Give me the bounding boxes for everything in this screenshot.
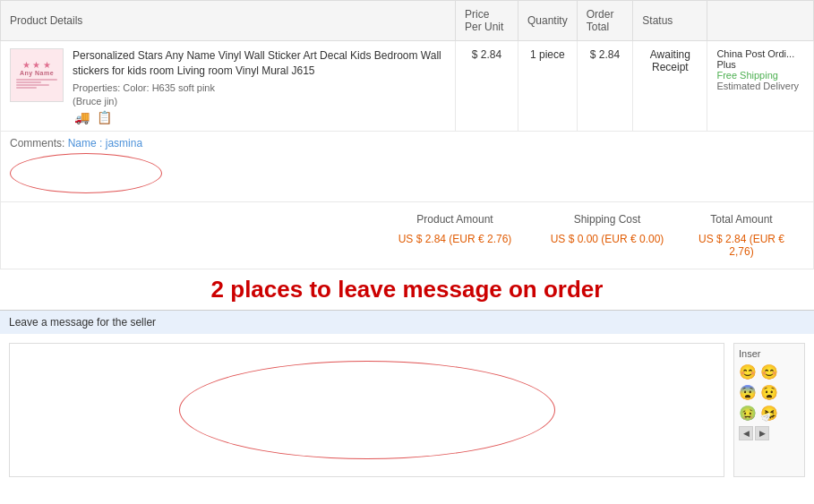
comment-oval-highlight: [10, 153, 162, 193]
emoji-happy[interactable]: 😊: [739, 363, 757, 380]
quantity-cell: 1 piece: [518, 41, 578, 132]
status-cell: Awaiting Receipt: [633, 41, 707, 132]
product-amount-label: Product Amount: [374, 209, 536, 229]
message-textarea-container[interactable]: [9, 343, 724, 477]
emoji-scared[interactable]: 😨: [739, 384, 757, 401]
shipping-cost-label: Shipping Cost: [536, 209, 679, 229]
emoji-item-1[interactable]: 😊: [760, 363, 778, 380]
total-amount-label: Total Amount: [679, 209, 804, 229]
shipping-cell: China Post Ordi... Plus Free Shipping Es…: [707, 41, 814, 132]
product-properties: Properties: Color: H635 soft pink: [73, 82, 446, 93]
emoji-item-3[interactable]: 🤧: [760, 405, 778, 422]
comments-label: Comments:: [10, 137, 64, 149]
col-shipping: [707, 1, 814, 41]
big-message: 2 places to leave message on order: [0, 269, 814, 311]
comment-input-area: [10, 153, 804, 196]
product-info: Personalized Stars Any Name Vinyl Wall S…: [73, 48, 446, 124]
emoji-row-3: 🤢 🤧: [739, 405, 800, 422]
col-status: Status: [633, 1, 707, 41]
product-name: Personalized Stars Any Name Vinyl Wall S…: [73, 48, 446, 79]
product-action-icons: 🚚 📋: [73, 111, 446, 124]
order-table: Product Details Price Per Unit Quantity …: [0, 0, 814, 202]
total-amount-value: US $ 2.84 (EUR € 2,76): [679, 229, 804, 261]
emoji-row-2: 😨 😧: [739, 384, 800, 401]
emoji-item-2[interactable]: 😧: [760, 384, 778, 401]
document-icon[interactable]: 📋: [95, 111, 113, 124]
totals-grid: Product Amount Shipping Cost Total Amoun…: [374, 209, 804, 261]
leave-message-label: Leave a message for the seller: [9, 316, 156, 329]
emoji-navigation: ◀ ▶: [739, 426, 800, 440]
price-cell: $ 2.84: [455, 41, 518, 132]
comments-text: Name : jasmina: [68, 137, 142, 149]
col-quantity: Quantity: [518, 1, 578, 41]
message-area-wrapper: Inser 😊 😊 😨 😧 🤢 🤧 ◀ ▶: [0, 334, 814, 486]
estimated-delivery: Estimated Delivery: [716, 81, 804, 91]
emoji-panel: Inser 😊 😊 😨 😧 🤢 🤧 ◀ ▶: [733, 343, 805, 477]
product-details-cell: ★ ★ ★ Any Name Personalized Stars Any Na…: [10, 48, 446, 124]
col-product-details: Product Details: [1, 1, 456, 41]
product-thumbnail: ★ ★ ★ Any Name: [10, 48, 64, 102]
emoji-row-1: 😊 😊: [739, 363, 800, 380]
emoji-sick[interactable]: 🤢: [739, 405, 757, 422]
product-buyer: (Bruce jin): [73, 96, 446, 107]
comments-row: Comments: Name : jasmina: [1, 131, 814, 201]
truck-icon[interactable]: 🚚: [73, 111, 90, 124]
leave-message-section: Leave a message for the seller: [0, 310, 814, 334]
total-cell: $ 2.84: [577, 41, 633, 132]
emoji-panel-header: Inser: [739, 348, 800, 359]
col-order-total: Order Total: [577, 1, 633, 41]
shipping-cost-value: US $ 0.00 (EUR € 0.00): [536, 229, 679, 261]
message-oval-highlight: [179, 361, 555, 459]
shipping-provider: China Post Ordi... Plus: [716, 48, 804, 70]
table-row: ★ ★ ★ Any Name Personalized Stars Any Na…: [1, 41, 814, 132]
emoji-prev-button[interactable]: ◀: [739, 426, 753, 440]
free-shipping-badge: Free Shipping: [716, 70, 804, 81]
product-amount-value: US $ 2.84 (EUR € 2.76): [374, 229, 536, 261]
col-price-per-unit: Price Per Unit: [455, 1, 518, 41]
emoji-next-button[interactable]: ▶: [755, 426, 769, 440]
totals-section: Product Amount Shipping Cost Total Amoun…: [0, 202, 814, 269]
